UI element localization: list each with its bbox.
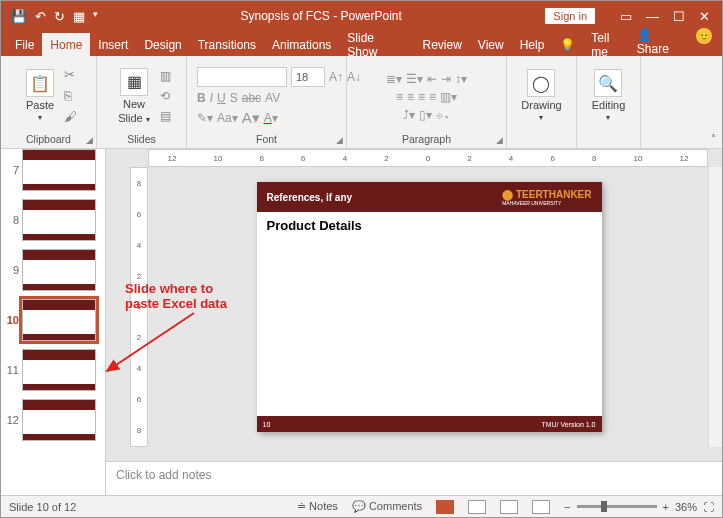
slide-header-text: References, if any [267, 192, 353, 203]
startfrom-icon[interactable]: ▦ [73, 9, 85, 24]
tab-transitions[interactable]: Transitions [190, 33, 264, 56]
tab-home[interactable]: Home [42, 33, 90, 56]
signin-button[interactable]: Sign in [544, 7, 596, 25]
indent-icon[interactable]: ⇥ [441, 72, 451, 86]
smartart-icon[interactable]: ⟐▾ [436, 108, 450, 122]
paragraph-launcher-icon[interactable]: ◢ [496, 135, 503, 145]
tab-tellme[interactable]: Tell me [583, 33, 636, 56]
status-slide-number: Slide 10 of 12 [9, 501, 76, 513]
change-case-button[interactable]: Aa▾ [217, 111, 238, 125]
paste-button[interactable]: 📋 Paste▾ [20, 67, 60, 124]
thumbnail-7[interactable]: 7 [1, 149, 105, 195]
justify-icon[interactable]: ≡ [429, 90, 436, 104]
slideshow-view-icon[interactable] [532, 500, 550, 514]
undo-icon[interactable]: ↶ [35, 9, 46, 24]
zoom-in-icon[interactable]: + [663, 501, 669, 513]
notes-toggle[interactable]: ≐ Notes [297, 500, 338, 513]
align-left-icon[interactable]: ≡ [396, 90, 403, 104]
reading-view-icon[interactable] [500, 500, 518, 514]
line-spacing-icon[interactable]: ↕▾ [455, 72, 467, 86]
redo-icon[interactable]: ↻ [54, 9, 65, 24]
italic-button[interactable]: I [210, 91, 213, 105]
tellme-lightbulb-icon[interactable]: 💡 [552, 33, 583, 56]
font-size-input[interactable]: 18 [291, 67, 325, 87]
align-center-icon[interactable]: ≡ [407, 90, 414, 104]
font-color-large-icon[interactable]: A▾ [242, 109, 260, 127]
cut-icon[interactable]: ✂ [64, 67, 77, 82]
tab-help[interactable]: Help [512, 33, 553, 56]
slide-footer-version: TMU/ Version 1.0 [541, 421, 595, 428]
normal-view-icon[interactable] [436, 500, 454, 514]
tab-design[interactable]: Design [136, 33, 189, 56]
thumbnail-11[interactable]: 11 [1, 345, 105, 395]
section-icon[interactable]: ▤ [160, 109, 171, 123]
group-slides-label: Slides [97, 131, 186, 148]
thumbnail-9[interactable]: 9 [1, 245, 105, 295]
tab-insert[interactable]: Insert [90, 33, 136, 56]
zoom-out-icon[interactable]: − [564, 501, 570, 513]
clipboard-icon: 📋 [26, 69, 54, 97]
share-button[interactable]: 👤 Share [637, 28, 687, 56]
slide-canvas[interactable]: References, if any ⬤ TEERTHANKER MAHAVEE… [257, 182, 602, 432]
group-paragraph-label: Paragraph [347, 131, 506, 148]
font-name-input[interactable] [197, 67, 287, 87]
text-direction-icon[interactable]: ⤴▾ [403, 108, 415, 122]
copy-icon[interactable]: ⎘ [64, 88, 77, 103]
group-font-label: Font [187, 131, 346, 148]
thumbnail-12[interactable]: 12 [1, 395, 105, 445]
thumbnail-10[interactable]: 10 [1, 295, 105, 345]
tab-file[interactable]: File [7, 33, 42, 56]
horizontal-ruler: 12108642024681012 [148, 149, 708, 167]
layout-icon[interactable]: ▥ [160, 69, 171, 83]
brand-logo: ⬤ TEERTHANKER MAHAVEER UNIVERSITY [502, 189, 591, 206]
fit-to-window-icon[interactable]: ⛶ [703, 501, 714, 513]
shadow-button[interactable]: S [230, 91, 238, 105]
document-title: Synopsis of FCS - PowerPoint [98, 9, 544, 23]
notes-pane[interactable]: Click to add notes [106, 461, 722, 495]
align-text-icon[interactable]: ▯▾ [419, 108, 432, 122]
zoom-slider[interactable] [577, 505, 657, 508]
reset-icon[interactable]: ⟲ [160, 89, 171, 103]
bullets-icon[interactable]: ≣▾ [386, 72, 402, 86]
columns-icon[interactable]: ▥▾ [440, 90, 457, 104]
new-slide-button[interactable]: ▦ New Slide ▾ [112, 66, 156, 126]
tab-review[interactable]: Review [415, 33, 470, 56]
collapse-ribbon-icon[interactable]: ˄ [711, 133, 716, 144]
slide-thumbnail-panel[interactable]: 7 8 9 10 11 12 [1, 149, 106, 495]
maximize-icon[interactable]: ☐ [673, 9, 685, 24]
numbering-icon[interactable]: ☰▾ [406, 72, 423, 86]
vertical-scrollbar[interactable] [708, 167, 722, 447]
align-right-icon[interactable]: ≡ [418, 90, 425, 104]
editing-button[interactable]: 🔍 Editing▾ [586, 67, 632, 124]
ribbon-display-icon[interactable]: ▭ [620, 9, 632, 24]
minimize-icon[interactable]: — [646, 9, 659, 24]
comments-toggle[interactable]: 💬 Comments [352, 500, 422, 513]
drawing-button[interactable]: ◯ Drawing▾ [515, 67, 567, 124]
spacing-icon[interactable]: AV [265, 91, 280, 105]
bold-button[interactable]: B [197, 91, 206, 105]
slide-footer-number: 10 [263, 421, 271, 428]
feedback-smiley-icon[interactable]: 🙂 [696, 28, 712, 44]
format-painter-icon[interactable]: 🖌 [64, 109, 77, 124]
strikethrough-button[interactable]: abc [242, 91, 261, 105]
font-color-icon[interactable]: A▾ [264, 111, 278, 125]
outdent-icon[interactable]: ⇤ [427, 72, 437, 86]
zoom-level[interactable]: 36% [675, 501, 697, 513]
tab-animations[interactable]: Animations [264, 33, 339, 56]
underline-button[interactable]: U [217, 91, 226, 105]
group-clipboard-label: Clipboard [1, 131, 96, 148]
sorter-view-icon[interactable] [468, 500, 486, 514]
increase-font-icon[interactable]: A↑ [329, 70, 343, 84]
vertical-ruler: 864202468 [130, 167, 148, 447]
tab-view[interactable]: View [470, 33, 512, 56]
tab-slideshow[interactable]: Slide Show [339, 33, 414, 56]
thumbnail-8[interactable]: 8 [1, 195, 105, 245]
font-launcher-icon[interactable]: ◢ [336, 135, 343, 145]
highlight-icon[interactable]: ✎▾ [197, 111, 213, 125]
drawing-icon: ◯ [527, 69, 555, 97]
close-icon[interactable]: ✕ [699, 9, 710, 24]
save-icon[interactable]: 💾 [11, 9, 27, 24]
clipboard-launcher-icon[interactable]: ◢ [86, 135, 93, 145]
new-slide-icon: ▦ [120, 68, 148, 96]
slide-subtitle: Product Details [257, 212, 602, 239]
